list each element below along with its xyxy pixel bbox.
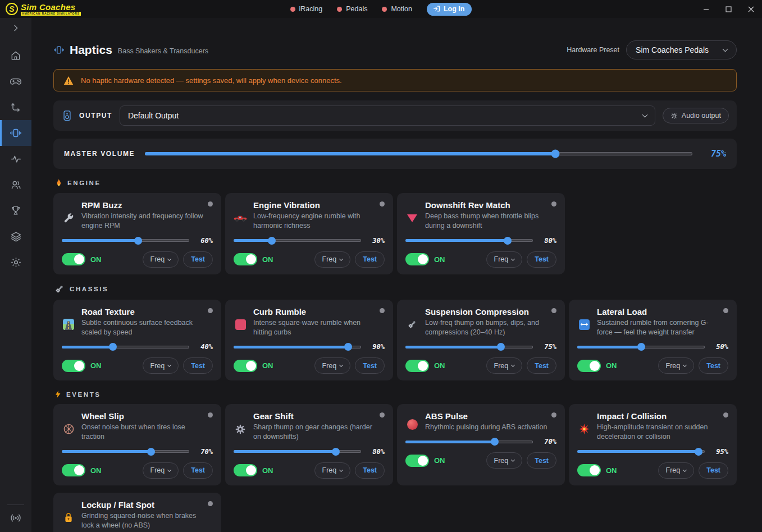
on-off-toggle[interactable]	[234, 464, 257, 476]
test-button[interactable]: Test	[355, 251, 385, 268]
sidebar-item-trophy[interactable]	[0, 198, 31, 223]
intensity-slider[interactable]	[405, 437, 533, 446]
on-label: ON	[434, 255, 445, 264]
freq-dropdown-button[interactable]: Freq	[314, 357, 351, 374]
status-dot-icon	[337, 7, 342, 12]
sidebar-item-telemetry-waveform[interactable]	[0, 146, 31, 172]
logo-title: Sim Coaches	[21, 3, 81, 11]
section-title: CHASSIS	[70, 286, 108, 292]
on-off-toggle[interactable]	[62, 253, 85, 265]
slider-thumb[interactable]	[497, 343, 505, 351]
freq-dropdown-button[interactable]: Freq	[143, 462, 179, 479]
sidebar-item-layers[interactable]	[0, 223, 31, 249]
intensity-slider[interactable]	[577, 447, 705, 456]
intensity-slider[interactable]	[62, 447, 189, 456]
freq-dropdown-button[interactable]: Freq	[143, 251, 179, 268]
test-button[interactable]: Test	[183, 251, 213, 268]
section-header-engine: ENGINE	[54, 178, 737, 187]
intensity-slider[interactable]	[62, 236, 189, 245]
on-off-toggle[interactable]	[405, 455, 429, 467]
slider-thumb[interactable]	[695, 448, 702, 456]
slider-thumb[interactable]	[551, 150, 560, 158]
test-button[interactable]: Test	[183, 462, 213, 479]
on-off-toggle[interactable]	[234, 253, 257, 265]
on-off-toggle[interactable]	[405, 253, 429, 265]
on-off-toggle[interactable]	[577, 464, 601, 476]
nav-item-motion[interactable]: Motion	[382, 5, 412, 13]
test-label: Test	[191, 362, 205, 370]
test-button[interactable]: Test	[527, 452, 556, 469]
broadcast-icon[interactable]	[10, 512, 22, 524]
test-button[interactable]: Test	[699, 357, 728, 374]
test-label: Test	[706, 362, 720, 370]
test-button[interactable]: Test	[355, 357, 385, 374]
login-button[interactable]: Log In	[427, 3, 472, 16]
intensity-slider[interactable]	[234, 342, 361, 351]
top-navigation: iRacing Pedals Motion Log In	[290, 0, 472, 18]
sidebar-item-settings-gear[interactable]	[0, 249, 31, 275]
freq-dropdown-button[interactable]: Freq	[314, 251, 351, 268]
intensity-slider[interactable]	[405, 236, 533, 245]
card-title: Suspension Compression	[425, 307, 556, 317]
test-button[interactable]: Test	[183, 357, 213, 374]
card-title: Curb Rumble	[253, 307, 385, 317]
minimize-button[interactable]	[695, 0, 717, 18]
close-button[interactable]	[740, 0, 762, 18]
intensity-slider[interactable]	[234, 236, 361, 245]
chevron-down-icon	[167, 363, 171, 367]
freq-dropdown-button[interactable]: Freq	[658, 357, 695, 374]
slider-thumb[interactable]	[147, 448, 155, 456]
sidebar-item-haptics-vibration[interactable]	[0, 120, 31, 146]
nav-item-iracing[interactable]: iRacing	[290, 5, 323, 13]
freq-dropdown-button[interactable]: Freq	[658, 462, 695, 479]
intensity-slider[interactable]	[234, 447, 361, 456]
freq-dropdown-button[interactable]: Freq	[314, 462, 351, 479]
on-off-toggle[interactable]	[62, 464, 85, 476]
test-button[interactable]: Test	[527, 251, 556, 268]
freq-dropdown-button[interactable]: Freq	[143, 357, 179, 374]
on-off-toggle[interactable]	[577, 360, 601, 372]
sidebar-item-gamepad[interactable]	[0, 68, 31, 94]
test-button[interactable]: Test	[699, 462, 728, 479]
wrench-icon	[62, 200, 75, 231]
on-label: ON	[262, 255, 273, 264]
card-description: Sustained rumble from cornering G-force …	[597, 318, 728, 338]
slider-thumb[interactable]	[332, 448, 340, 456]
slider-thumb[interactable]	[344, 343, 352, 351]
nav-item-pedals[interactable]: Pedals	[337, 5, 367, 13]
sidebar-item-users[interactable]	[0, 172, 31, 198]
intensity-slider[interactable]	[62, 342, 189, 351]
window-controls	[695, 0, 762, 18]
sidebar-expand-chevron-icon[interactable]	[11, 24, 20, 33]
slider-thumb[interactable]	[491, 438, 499, 446]
sidebar-item-axes[interactable]	[0, 94, 31, 120]
maximize-button[interactable]	[717, 0, 740, 18]
on-off-toggle[interactable]	[62, 360, 85, 372]
haptic-card-abs-pulse: ABS PulseRhythmic pulsing during ABS act…	[397, 404, 565, 485]
on-off-toggle[interactable]	[405, 360, 429, 372]
freq-dropdown-button[interactable]: Freq	[486, 452, 523, 469]
slider-thumb[interactable]	[109, 343, 117, 351]
card-grid-chassis: Road TextureSubtle continuous surface fe…	[53, 300, 737, 381]
test-label: Test	[363, 362, 377, 370]
on-off-toggle[interactable]	[234, 360, 257, 372]
slider-thumb[interactable]	[268, 237, 276, 245]
sidebar-item-home[interactable]	[0, 43, 31, 68]
intensity-slider[interactable]	[577, 342, 705, 351]
hardware-preset-select[interactable]: Sim Coaches Pedals	[626, 40, 737, 59]
output-device-select[interactable]: Default Output	[120, 106, 655, 126]
card-title: Impact / Collision	[597, 411, 728, 421]
master-volume-slider[interactable]	[145, 149, 692, 158]
test-button[interactable]: Test	[355, 462, 385, 479]
slider-thumb[interactable]	[637, 343, 645, 351]
slider-thumb[interactable]	[504, 237, 512, 245]
on-label: ON	[606, 361, 617, 370]
slider-thumb[interactable]	[134, 237, 142, 245]
audio-output-button[interactable]: Audio output	[663, 108, 729, 123]
card-description: Grinding squared-noise when brakes lock …	[81, 511, 213, 531]
left-right-arrow-icon	[577, 307, 591, 338]
freq-dropdown-button[interactable]: Freq	[486, 357, 523, 374]
test-button[interactable]: Test	[527, 357, 556, 374]
freq-dropdown-button[interactable]: Freq	[486, 251, 523, 268]
intensity-slider[interactable]	[405, 342, 533, 351]
